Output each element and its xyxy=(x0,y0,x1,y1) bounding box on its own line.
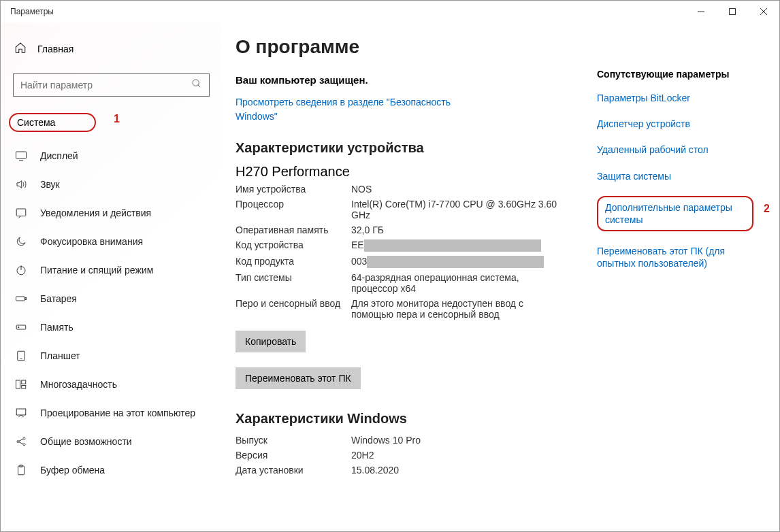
home-label: Главная xyxy=(37,44,74,54)
related-settings: Сопутствующие параметры Параметры BitLoc… xyxy=(597,69,753,284)
security-link[interactable]: Просмотреть сведения в разделе "Безопасн… xyxy=(235,95,467,124)
svg-point-23 xyxy=(23,444,25,446)
spec-install-date: Дата установки15.08.2020 xyxy=(235,465,759,476)
nav-label: Звук xyxy=(40,179,60,190)
svg-point-4 xyxy=(193,80,199,86)
nav-label: Питание и спящий режим xyxy=(40,265,153,276)
redacted-device-id xyxy=(364,239,541,252)
sound-icon xyxy=(14,178,28,190)
window-title: Параметры xyxy=(10,7,54,16)
link-system-protection[interactable]: Защита системы xyxy=(597,170,753,182)
spec-version: Версия20H2 xyxy=(235,450,759,461)
svg-rect-8 xyxy=(16,209,26,216)
svg-line-24 xyxy=(19,439,23,441)
clipboard-icon xyxy=(14,464,28,476)
nav-tablet[interactable]: Планшет xyxy=(12,342,222,370)
copy-button[interactable]: Копировать xyxy=(235,331,306,352)
highlight-advanced-system: Дополнительные параметры системы xyxy=(597,196,753,231)
svg-rect-12 xyxy=(25,298,27,300)
annotation-1: 1 xyxy=(114,113,120,125)
nav-focus[interactable]: Фокусировка внимания xyxy=(12,227,222,256)
maximize-button[interactable] xyxy=(717,1,748,22)
titlebar: Параметры xyxy=(1,1,779,22)
power-icon xyxy=(14,264,28,276)
battery-icon xyxy=(14,293,28,305)
share-icon xyxy=(14,435,28,448)
nav-label: Многозадачность xyxy=(40,379,117,390)
search-box[interactable] xyxy=(13,73,210,97)
nav-storage[interactable]: Память xyxy=(12,313,222,342)
svg-point-21 xyxy=(17,441,19,443)
svg-rect-6 xyxy=(16,152,27,159)
nav-power[interactable]: Питание и спящий режим xyxy=(12,256,222,284)
multitask-icon xyxy=(14,378,28,390)
spec-pen-touch: Перо и сенсорный вводДля этого монитора … xyxy=(235,298,759,320)
related-heading: Сопутствующие параметры xyxy=(597,69,753,80)
home-icon xyxy=(14,41,27,56)
nav-clipboard[interactable]: Буфер обмена xyxy=(12,456,222,484)
svg-rect-17 xyxy=(16,380,20,388)
project-icon xyxy=(14,407,28,419)
nav-notifications[interactable]: Уведомления и действия xyxy=(12,199,222,227)
nav-shared[interactable]: Общие возможности xyxy=(12,427,222,456)
link-advanced-system[interactable]: Дополнительные параметры системы xyxy=(605,201,745,226)
nav-label: Планшет xyxy=(40,350,80,361)
moon-icon xyxy=(14,235,28,248)
svg-rect-19 xyxy=(22,386,26,389)
nav-label: Фокусировка внимания xyxy=(40,236,143,247)
nav-label: Дисплей xyxy=(40,150,78,161)
nav-list: Дисплей Звук Уведомления и действия Фоку… xyxy=(1,142,222,484)
nav-label: Общие возможности xyxy=(40,436,132,447)
storage-icon xyxy=(14,321,28,333)
rename-pc-button[interactable]: Переименовать этот ПК xyxy=(235,367,361,389)
tablet-icon xyxy=(14,350,28,362)
windows-specs-heading: Характеристики Windows xyxy=(235,411,759,427)
svg-rect-11 xyxy=(16,297,25,301)
window-controls xyxy=(685,1,779,22)
svg-rect-18 xyxy=(22,380,26,384)
nav-label: Батарея xyxy=(40,293,77,304)
nav-label: Память xyxy=(40,322,74,333)
nav-label: Проецирование на этот компьютер xyxy=(40,408,195,418)
nav-label: Уведомления и действия xyxy=(40,207,151,218)
svg-rect-1 xyxy=(730,9,736,15)
nav-multitask[interactable]: Многозадачность xyxy=(12,370,222,399)
notification-icon xyxy=(14,207,28,219)
category-system[interactable]: Система xyxy=(9,113,96,132)
link-device-manager[interactable]: Диспетчер устройств xyxy=(597,118,753,130)
svg-point-14 xyxy=(18,327,20,328)
svg-point-22 xyxy=(23,437,25,439)
sidebar: Главная Система 1 Дисплей Звук Уведомлен… xyxy=(1,22,222,531)
link-remote-desktop[interactable]: Удаленный рабочий стол xyxy=(597,144,753,156)
nav-battery[interactable]: Батарея xyxy=(12,284,222,313)
spec-edition: ВыпускWindows 10 Pro xyxy=(235,435,759,446)
nav-display[interactable]: Дисплей xyxy=(12,142,222,170)
minimize-button[interactable] xyxy=(685,1,717,22)
search-input[interactable] xyxy=(20,80,191,90)
close-button[interactable] xyxy=(748,1,779,22)
annotation-2: 2 xyxy=(764,203,770,215)
svg-line-25 xyxy=(19,442,23,444)
nav-sound[interactable]: Звук xyxy=(12,170,222,199)
link-bitlocker[interactable]: Параметры BitLocker xyxy=(597,92,753,104)
svg-line-5 xyxy=(198,85,200,87)
search-icon xyxy=(191,78,202,92)
nav-label: Буфер обмена xyxy=(40,465,105,476)
nav-projecting[interactable]: Проецирование на этот компьютер xyxy=(12,399,222,427)
link-rename-advanced[interactable]: Переименовать этот ПК (для опытных польз… xyxy=(597,245,753,269)
redacted-product-id xyxy=(367,256,544,268)
home-nav[interactable]: Главная xyxy=(1,36,222,61)
display-icon xyxy=(14,150,28,162)
page-title: О программе xyxy=(235,36,759,58)
svg-rect-20 xyxy=(16,409,26,415)
